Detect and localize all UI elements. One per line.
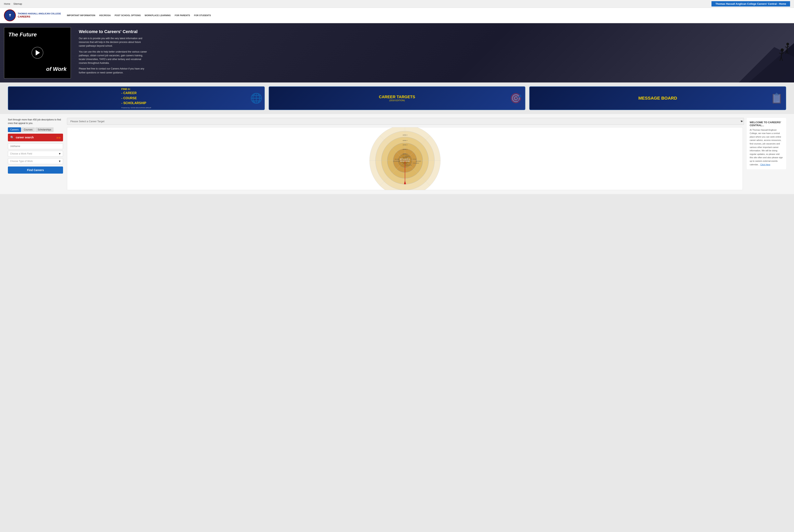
career-wheel-display: METALWORK & ENGINEERING LEVEL 1 LEVEL 2 … — [67, 127, 743, 190]
powered-by: Powered by: GOOD EDUCATION GROUP — [121, 107, 151, 109]
career-target-dropdown[interactable]: Please Select a Career Target — [67, 118, 744, 125]
nav-sitemap[interactable]: Sitemap — [13, 3, 22, 5]
svg-text:BOILERMAKER: BOILERMAKER — [393, 160, 401, 162]
jobname-input[interactable] — [8, 143, 63, 149]
arrows-icon: »» — [56, 135, 61, 140]
welcome-title: Welcome to Careers' Central — [79, 29, 148, 34]
main-nav: IMPORTANT INFORMATION HSC/ROSA POST SCHO… — [67, 14, 211, 17]
message-board-card[interactable]: MESSAGE BOARD 📋 — [529, 87, 786, 110]
tab-scholarships[interactable]: Scholarships — [35, 127, 54, 132]
find-items-list: - CAREER - COURSE - SCHOLARSHIP — [121, 91, 151, 106]
svg-text:SHEET METAL: SHEET METAL — [405, 165, 412, 166]
page-title: Thomas Hassall Anglican College Careers'… — [712, 1, 790, 6]
logo-area: ✝ THOMAS HASSALL ANGLICAN COLLEGE CAREER… — [4, 10, 61, 21]
welcome-right-panel: WELCOME TO CAREERS' CENTRAL... At Thomas… — [747, 118, 786, 190]
svg-text:TOOLMAKER: TOOLMAKER — [413, 163, 419, 164]
video-text2: of Work — [46, 66, 67, 72]
career-targets-subtitle: (2018 EDITION) — [379, 99, 415, 101]
top-bar: Home Sitemap Thomas Hassall Anglican Col… — [0, 0, 794, 8]
sort-description: Sort through more than 450 job descripti… — [8, 118, 63, 125]
find-career-card[interactable]: FIND A: - CAREER - COURSE - SCHOLARSHIP … — [8, 87, 265, 110]
video-text1: The Future — [8, 32, 37, 38]
hero-para3: Please feel free to contact our Careers … — [79, 67, 148, 74]
main-content: Sort through more than 450 job descripti… — [0, 114, 794, 194]
career-targets-panel: Please Select a Career Target ▼ — [67, 118, 743, 190]
tab-careers[interactable]: Careers — [8, 127, 21, 132]
click-here-link[interactable]: Click Here — [760, 163, 770, 166]
school-name: THOMAS HASSALL ANGLICAN COLLEGE — [18, 12, 61, 15]
work-type-select[interactable]: Choose Type of Work — [8, 158, 63, 164]
svg-point-8 — [786, 43, 789, 45]
career-targets-title: CAREER TARGETS — [379, 95, 415, 99]
hero-banner: The Future of Work Welcome to Careers' C… — [0, 23, 794, 82]
search-label: career search — [16, 136, 55, 139]
svg-text:LEVEL 1: LEVEL 1 — [403, 153, 407, 154]
logo-icon: ✝ — [4, 10, 16, 21]
nav-for-students[interactable]: FOR STUDENTS — [194, 14, 211, 17]
play-button[interactable] — [32, 47, 43, 59]
find-careers-button[interactable]: Find Careers — [8, 167, 63, 174]
message-board-title: MESSAGE BOARD — [639, 96, 677, 101]
wheel-svg: METALWORK & ENGINEERING LEVEL 1 LEVEL 2 … — [366, 127, 444, 190]
nav-important-info[interactable]: IMPORTANT INFORMATION — [67, 14, 95, 17]
hero-silhouette — [739, 23, 794, 82]
feature-cards-section: FIND A: - CAREER - COURSE - SCHOLARSHIP … — [0, 82, 794, 114]
work-field-wrapper: Choose a Work Field ▼ — [8, 151, 63, 157]
tab-courses[interactable]: Courses — [21, 127, 35, 132]
svg-text:LEVEL 5: LEVEL 5 — [403, 134, 407, 136]
svg-text:LEVEL 4: LEVEL 4 — [403, 140, 407, 141]
svg-text:ENGINEER: ENGINEER — [405, 156, 410, 157]
search-tabs: Careers Courses Scholarships — [8, 127, 63, 132]
hero-video[interactable]: The Future of Work — [4, 27, 71, 78]
svg-text:MACHINIST: MACHINIST — [416, 160, 421, 162]
career-target-select-area: Please Select a Career Target ▼ — [67, 118, 743, 125]
hero-content: Welcome to Careers' Central Our aim is t… — [75, 23, 154, 82]
svg-text:WELDER: WELDER — [395, 159, 399, 160]
svg-text:METALWORK &: METALWORK & — [400, 158, 410, 160]
career-search-panel: Sort through more than 450 job descripti… — [8, 118, 63, 190]
welcome-box-title: WELCOME TO CAREERS' CENTRAL... — [750, 121, 783, 127]
work-field-select[interactable]: Choose a Work Field — [8, 151, 63, 157]
play-icon — [36, 50, 40, 56]
welcome-box: WELCOME TO CAREERS' CENTRAL... At Thomas… — [747, 118, 786, 169]
hero-para1: Our aim is to provide you with the very … — [79, 37, 148, 48]
search-icon: 🔍 — [10, 136, 14, 139]
svg-line-10 — [785, 46, 787, 48]
svg-point-2 — [781, 49, 784, 52]
svg-text:LEVEL 3: LEVEL 3 — [403, 144, 407, 146]
globe-icon: 🌐 — [250, 93, 262, 104]
careers-label: CAREERS — [18, 15, 61, 19]
nav-hsc-rosa[interactable]: HSC/ROSA — [99, 14, 111, 17]
find-a-label: FIND A: — [121, 88, 151, 91]
career-targets-card[interactable]: CAREER TARGETS (2018 EDITION) 🎯 — [269, 87, 525, 110]
career-search-button[interactable]: 🔍 career search »» — [8, 134, 63, 141]
nav-for-parents[interactable]: FOR PARENTS — [175, 14, 190, 17]
work-type-wrapper: Choose Type of Work ▼ — [8, 158, 63, 164]
svg-text:LEVEL 2: LEVEL 2 — [403, 149, 407, 150]
nav-post-school[interactable]: POST SCHOOL OPTIONS — [115, 14, 141, 17]
welcome-box-body: At Thomas Hassall Anglican College, we n… — [750, 128, 783, 167]
header: ✝ THOMAS HASSALL ANGLICAN COLLEGE CAREER… — [0, 8, 794, 23]
nav-home[interactable]: Home — [4, 3, 10, 5]
logo-text: THOMAS HASSALL ANGLICAN COLLEGE CAREERS — [18, 12, 61, 18]
hero-para2: You can use this site to help better und… — [79, 50, 148, 65]
svg-text:FITTER: FITTER — [413, 159, 417, 160]
nav-workplace[interactable]: WORKPLACE LEARNING — [145, 14, 171, 17]
top-nav-links: Home Sitemap — [4, 3, 22, 5]
